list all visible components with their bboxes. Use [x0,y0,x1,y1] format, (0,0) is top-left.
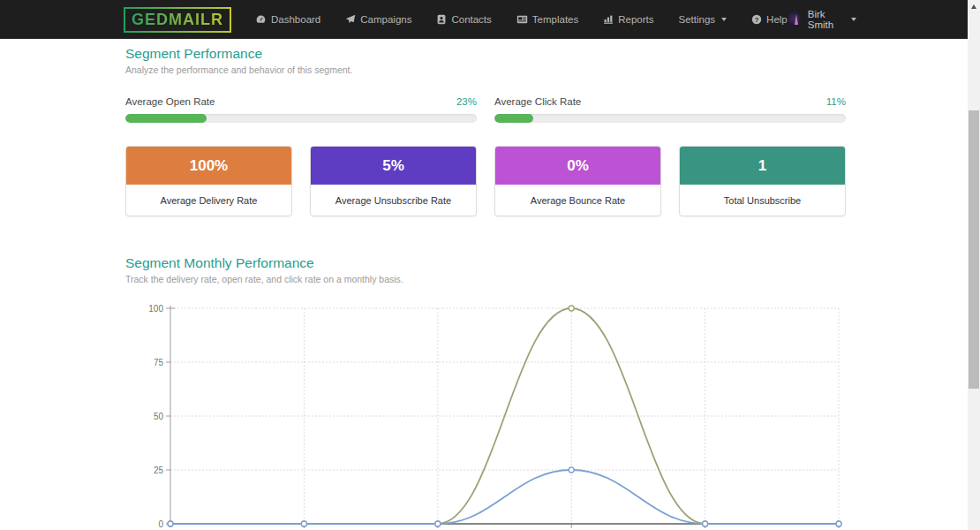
reports-icon [603,14,614,25]
templates-icon [516,14,528,25]
nav-item-campaigns[interactable]: Campaigns [345,14,411,25]
svg-text:?: ? [755,16,759,24]
dashboard-icon [255,14,267,25]
nav-item-label: Reports [618,14,653,25]
arrow-up-icon [971,4,976,9]
stat-cards-row: 100%Average Delivery Rate5%Average Unsub… [125,146,846,216]
user-name: Birk Smith [808,9,842,30]
svg-text:50: 50 [154,412,164,421]
nav-item-contacts[interactable]: Contacts [436,14,491,25]
svg-text:25: 25 [154,466,164,475]
nav-item-label: Templates [532,14,578,25]
progress-fill [125,114,207,123]
scrollbar-thumb[interactable] [969,110,979,389]
nav-item-label: Settings [679,14,716,25]
monthly-performance-subtitle: Track the delivery rate, open rate, and … [125,274,846,284]
progress-label: Average Open Rate [125,96,215,107]
stat-card: 1Total Unsubscribe [679,146,846,216]
campaigns-icon [345,14,356,25]
nav-item-settings[interactable]: Settings [679,14,727,25]
stat-card-value: 100% [126,147,291,185]
nav-item-dashboard[interactable]: Dashboard [255,14,320,25]
nav-item-label: Dashboard [271,14,320,25]
stat-card-label: Average Bounce Rate [495,185,660,216]
progress-open-rate: Average Open Rate23% [125,96,477,123]
top-navbar: GEDMAILR DashboardCampaignsContactsTempl… [0,0,968,39]
segment-performance-title: Segment Performance [125,46,846,62]
nav-item-label: Help [766,14,788,25]
svg-text:75: 75 [154,358,164,367]
main-content: Segment Performance Analyze the performa… [125,46,846,284]
progress-track [125,114,477,123]
nav-item-templates[interactable]: Templates [516,14,578,25]
scroll-up-button[interactable] [968,0,980,12]
nav-items: DashboardCampaignsContactsTemplatesRepor… [255,14,788,25]
nav-item-label: Campaigns [360,14,411,25]
nav-item-help[interactable]: ?Help [751,14,788,25]
progress-click-rate: Average Click Rate11% [494,96,846,123]
chevron-down-icon [721,18,727,21]
progress-value: 23% [456,96,477,107]
progress-fill [494,114,533,123]
progress-label: Average Click Rate [494,96,581,107]
stat-card-label: Average Unsubscribe Rate [311,185,476,216]
stat-card-label: Total Unsubscribe [680,185,845,216]
stat-card-label: Average Delivery Rate [126,185,291,216]
monthly-performance-section: Segment Monthly Performance Track the de… [125,255,846,284]
progress-row: Average Open Rate23%Average Click Rate11… [125,96,846,123]
progress-track [494,114,846,123]
stat-card-value: 5% [311,147,476,185]
monthly-performance-title: Segment Monthly Performance [125,255,846,271]
nav-item-reports[interactable]: Reports [603,14,653,25]
nav-item-label: Contacts [451,14,491,25]
user-menu[interactable]: Birk Smith [788,9,856,30]
vertical-scrollbar[interactable] [968,0,980,530]
monthly-chart: 0255075100 [124,299,856,530]
stat-card-value: 1 [680,147,845,185]
stat-card: 100%Average Delivery Rate [125,146,292,216]
stat-card-value: 0% [495,147,660,185]
svg-text:0: 0 [158,519,163,529]
user-avatar [788,11,801,28]
progress-value: 11% [826,96,846,107]
segment-performance-subtitle: Analyze the performance and behavior of … [125,64,846,75]
stat-card: 5%Average Unsubscribe Rate [310,146,477,216]
contacts-icon [436,14,447,25]
stat-card: 0%Average Bounce Rate [494,146,661,216]
segment-performance-section: Segment Performance Analyze the performa… [125,46,846,216]
svg-text:100: 100 [148,304,163,314]
app-logo[interactable]: GEDMAILR [124,7,231,33]
chevron-down-icon [851,18,856,21]
help-icon: ? [751,14,762,25]
